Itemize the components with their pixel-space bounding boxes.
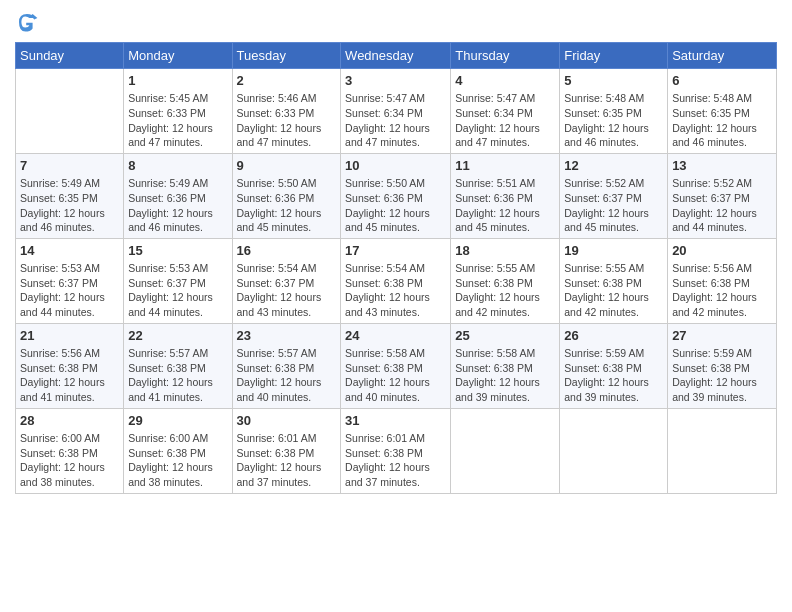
day-number: 6 bbox=[672, 72, 772, 90]
day-info: Sunrise: 6:01 AM Sunset: 6:38 PM Dayligh… bbox=[237, 431, 337, 490]
day-header-tuesday: Tuesday bbox=[232, 43, 341, 69]
day-info: Sunrise: 5:57 AM Sunset: 6:38 PM Dayligh… bbox=[237, 346, 337, 405]
day-info: Sunrise: 5:55 AM Sunset: 6:38 PM Dayligh… bbox=[455, 261, 555, 320]
calendar-body: 1Sunrise: 5:45 AM Sunset: 6:33 PM Daylig… bbox=[16, 69, 777, 494]
page: SundayMondayTuesdayWednesdayThursdayFrid… bbox=[0, 0, 792, 612]
day-info: Sunrise: 5:49 AM Sunset: 6:36 PM Dayligh… bbox=[128, 176, 227, 235]
calendar-cell: 31Sunrise: 6:01 AM Sunset: 6:38 PM Dayli… bbox=[341, 408, 451, 493]
day-info: Sunrise: 5:55 AM Sunset: 6:38 PM Dayligh… bbox=[564, 261, 663, 320]
day-number: 29 bbox=[128, 412, 227, 430]
calendar-cell: 15Sunrise: 5:53 AM Sunset: 6:37 PM Dayli… bbox=[124, 238, 232, 323]
day-number: 28 bbox=[20, 412, 119, 430]
calendar-cell bbox=[560, 408, 668, 493]
logo-icon bbox=[15, 10, 39, 34]
day-header-friday: Friday bbox=[560, 43, 668, 69]
calendar-week-row: 14Sunrise: 5:53 AM Sunset: 6:37 PM Dayli… bbox=[16, 238, 777, 323]
day-number: 23 bbox=[237, 327, 337, 345]
day-info: Sunrise: 6:00 AM Sunset: 6:38 PM Dayligh… bbox=[20, 431, 119, 490]
calendar-table: SundayMondayTuesdayWednesdayThursdayFrid… bbox=[15, 42, 777, 494]
calendar-cell: 16Sunrise: 5:54 AM Sunset: 6:37 PM Dayli… bbox=[232, 238, 341, 323]
day-number: 11 bbox=[455, 157, 555, 175]
day-info: Sunrise: 5:59 AM Sunset: 6:38 PM Dayligh… bbox=[564, 346, 663, 405]
calendar-cell: 24Sunrise: 5:58 AM Sunset: 6:38 PM Dayli… bbox=[341, 323, 451, 408]
day-info: Sunrise: 5:53 AM Sunset: 6:37 PM Dayligh… bbox=[20, 261, 119, 320]
calendar-cell: 5Sunrise: 5:48 AM Sunset: 6:35 PM Daylig… bbox=[560, 69, 668, 154]
day-info: Sunrise: 5:47 AM Sunset: 6:34 PM Dayligh… bbox=[345, 91, 446, 150]
calendar-cell bbox=[16, 69, 124, 154]
calendar-cell: 10Sunrise: 5:50 AM Sunset: 6:36 PM Dayli… bbox=[341, 153, 451, 238]
calendar-cell: 8Sunrise: 5:49 AM Sunset: 6:36 PM Daylig… bbox=[124, 153, 232, 238]
day-info: Sunrise: 5:45 AM Sunset: 6:33 PM Dayligh… bbox=[128, 91, 227, 150]
day-number: 19 bbox=[564, 242, 663, 260]
day-number: 18 bbox=[455, 242, 555, 260]
calendar-cell: 19Sunrise: 5:55 AM Sunset: 6:38 PM Dayli… bbox=[560, 238, 668, 323]
day-info: Sunrise: 6:01 AM Sunset: 6:38 PM Dayligh… bbox=[345, 431, 446, 490]
day-number: 5 bbox=[564, 72, 663, 90]
calendar-cell: 20Sunrise: 5:56 AM Sunset: 6:38 PM Dayli… bbox=[668, 238, 777, 323]
day-info: Sunrise: 5:49 AM Sunset: 6:35 PM Dayligh… bbox=[20, 176, 119, 235]
day-number: 9 bbox=[237, 157, 337, 175]
calendar-cell: 13Sunrise: 5:52 AM Sunset: 6:37 PM Dayli… bbox=[668, 153, 777, 238]
day-info: Sunrise: 5:48 AM Sunset: 6:35 PM Dayligh… bbox=[564, 91, 663, 150]
day-number: 15 bbox=[128, 242, 227, 260]
day-number: 12 bbox=[564, 157, 663, 175]
day-number: 31 bbox=[345, 412, 446, 430]
day-header-thursday: Thursday bbox=[451, 43, 560, 69]
header bbox=[15, 10, 777, 34]
logo bbox=[15, 10, 43, 34]
day-info: Sunrise: 5:52 AM Sunset: 6:37 PM Dayligh… bbox=[672, 176, 772, 235]
calendar-cell: 11Sunrise: 5:51 AM Sunset: 6:36 PM Dayli… bbox=[451, 153, 560, 238]
calendar-cell: 6Sunrise: 5:48 AM Sunset: 6:35 PM Daylig… bbox=[668, 69, 777, 154]
day-number: 10 bbox=[345, 157, 446, 175]
day-number: 4 bbox=[455, 72, 555, 90]
day-header-sunday: Sunday bbox=[16, 43, 124, 69]
calendar-cell: 12Sunrise: 5:52 AM Sunset: 6:37 PM Dayli… bbox=[560, 153, 668, 238]
day-number: 16 bbox=[237, 242, 337, 260]
day-info: Sunrise: 5:59 AM Sunset: 6:38 PM Dayligh… bbox=[672, 346, 772, 405]
day-number: 1 bbox=[128, 72, 227, 90]
day-number: 14 bbox=[20, 242, 119, 260]
day-number: 13 bbox=[672, 157, 772, 175]
day-number: 22 bbox=[128, 327, 227, 345]
calendar-cell: 7Sunrise: 5:49 AM Sunset: 6:35 PM Daylig… bbox=[16, 153, 124, 238]
calendar-cell bbox=[668, 408, 777, 493]
calendar-cell: 3Sunrise: 5:47 AM Sunset: 6:34 PM Daylig… bbox=[341, 69, 451, 154]
calendar-cell: 1Sunrise: 5:45 AM Sunset: 6:33 PM Daylig… bbox=[124, 69, 232, 154]
day-info: Sunrise: 5:58 AM Sunset: 6:38 PM Dayligh… bbox=[455, 346, 555, 405]
day-info: Sunrise: 5:46 AM Sunset: 6:33 PM Dayligh… bbox=[237, 91, 337, 150]
calendar-cell: 29Sunrise: 6:00 AM Sunset: 6:38 PM Dayli… bbox=[124, 408, 232, 493]
day-number: 8 bbox=[128, 157, 227, 175]
day-header-saturday: Saturday bbox=[668, 43, 777, 69]
calendar-cell: 2Sunrise: 5:46 AM Sunset: 6:33 PM Daylig… bbox=[232, 69, 341, 154]
calendar-cell: 17Sunrise: 5:54 AM Sunset: 6:38 PM Dayli… bbox=[341, 238, 451, 323]
day-info: Sunrise: 5:48 AM Sunset: 6:35 PM Dayligh… bbox=[672, 91, 772, 150]
day-header-wednesday: Wednesday bbox=[341, 43, 451, 69]
day-info: Sunrise: 5:53 AM Sunset: 6:37 PM Dayligh… bbox=[128, 261, 227, 320]
day-number: 17 bbox=[345, 242, 446, 260]
day-number: 26 bbox=[564, 327, 663, 345]
calendar-cell: 26Sunrise: 5:59 AM Sunset: 6:38 PM Dayli… bbox=[560, 323, 668, 408]
calendar-week-row: 21Sunrise: 5:56 AM Sunset: 6:38 PM Dayli… bbox=[16, 323, 777, 408]
calendar-cell: 23Sunrise: 5:57 AM Sunset: 6:38 PM Dayli… bbox=[232, 323, 341, 408]
day-number: 21 bbox=[20, 327, 119, 345]
day-info: Sunrise: 5:54 AM Sunset: 6:38 PM Dayligh… bbox=[345, 261, 446, 320]
day-header-monday: Monday bbox=[124, 43, 232, 69]
day-number: 20 bbox=[672, 242, 772, 260]
calendar-cell bbox=[451, 408, 560, 493]
calendar-cell: 9Sunrise: 5:50 AM Sunset: 6:36 PM Daylig… bbox=[232, 153, 341, 238]
calendar-cell: 14Sunrise: 5:53 AM Sunset: 6:37 PM Dayli… bbox=[16, 238, 124, 323]
calendar-cell: 28Sunrise: 6:00 AM Sunset: 6:38 PM Dayli… bbox=[16, 408, 124, 493]
day-number: 3 bbox=[345, 72, 446, 90]
day-info: Sunrise: 5:50 AM Sunset: 6:36 PM Dayligh… bbox=[237, 176, 337, 235]
day-number: 24 bbox=[345, 327, 446, 345]
day-number: 27 bbox=[672, 327, 772, 345]
calendar-cell: 18Sunrise: 5:55 AM Sunset: 6:38 PM Dayli… bbox=[451, 238, 560, 323]
day-info: Sunrise: 5:51 AM Sunset: 6:36 PM Dayligh… bbox=[455, 176, 555, 235]
calendar-week-row: 1Sunrise: 5:45 AM Sunset: 6:33 PM Daylig… bbox=[16, 69, 777, 154]
calendar-cell: 22Sunrise: 5:57 AM Sunset: 6:38 PM Dayli… bbox=[124, 323, 232, 408]
calendar-cell: 4Sunrise: 5:47 AM Sunset: 6:34 PM Daylig… bbox=[451, 69, 560, 154]
calendar-week-row: 28Sunrise: 6:00 AM Sunset: 6:38 PM Dayli… bbox=[16, 408, 777, 493]
day-number: 30 bbox=[237, 412, 337, 430]
calendar-cell: 25Sunrise: 5:58 AM Sunset: 6:38 PM Dayli… bbox=[451, 323, 560, 408]
day-number: 7 bbox=[20, 157, 119, 175]
